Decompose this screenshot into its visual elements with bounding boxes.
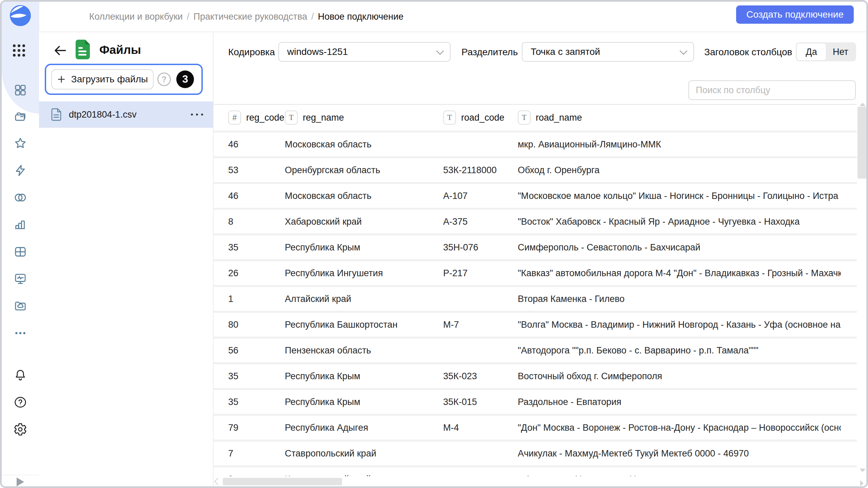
file-name: dtp201804-1.csv: [69, 109, 137, 120]
create-connection-button[interactable]: Создать подключение: [736, 5, 854, 24]
datasets-icon[interactable]: [14, 191, 27, 204]
dashboards-icon[interactable]: [14, 245, 27, 259]
table-row[interactable]: 35 Республика Крым 35Н-076 Симферополь -…: [214, 233, 867, 259]
column-header-reg-code[interactable]: # reg_code: [214, 110, 285, 125]
file-list-item-selected[interactable]: dtp201804-1.csv: [39, 101, 213, 128]
column-header-road-name[interactable]: Т road_name: [518, 110, 841, 125]
monitoring-icon[interactable]: [14, 272, 27, 286]
table-row[interactable]: 7 Ставропольский край Ачикулак - Махмуд-…: [214, 440, 867, 465]
file-document-icon: [51, 108, 61, 121]
plus-icon: [57, 75, 66, 84]
top-bar: Коллекции и воркбуки / Практические руко…: [39, 2, 866, 32]
expand-sidebar-icon[interactable]: [17, 477, 24, 486]
chevron-down-icon: [680, 47, 688, 55]
breadcrumb-guides[interactable]: Практические руководства: [193, 12, 307, 22]
settings-gear-icon[interactable]: [14, 423, 27, 436]
charts-icon[interactable]: [14, 218, 27, 231]
breadcrumb-separator: /: [311, 12, 314, 22]
table-row[interactable]: 35 Республика Крым 35К-023 Восточный обх…: [214, 362, 867, 388]
number-type-icon: #: [228, 110, 241, 125]
column-search-box: [688, 80, 856, 100]
column-header-reg-name[interactable]: Т reg_name: [285, 110, 443, 125]
table-row[interactable]: 53 Оренбургская область 53К-2118000 Обхо…: [214, 156, 867, 182]
files-panel: [39, 32, 214, 486]
back-arrow-icon[interactable]: [53, 43, 67, 58]
storage-icon[interactable]: [14, 299, 27, 313]
favorites-icon[interactable]: [14, 137, 27, 150]
column-search-input[interactable]: [689, 81, 855, 99]
breadcrumb-collections[interactable]: Коллекции и воркбуки: [89, 12, 183, 22]
delimiter-select[interactable]: Точка с запятой: [522, 42, 694, 62]
datalens-logo-icon[interactable]: [10, 5, 31, 26]
app-window: Коллекции и воркбуки / Практические руко…: [0, 0, 868, 488]
text-type-icon: Т: [285, 110, 298, 125]
encoding-value: windows-1251: [287, 46, 348, 57]
table-row[interactable]: 56 Пензенская область "Автодорога ""р.п.…: [214, 337, 867, 362]
table-row[interactable]: 79 Республика Адыгея М-4 "Дон" Москва - …: [214, 414, 867, 440]
csv-source-icon: [74, 40, 91, 59]
tutorial-step-badge: 3: [176, 70, 194, 88]
text-type-icon: Т: [443, 110, 456, 125]
encoding-select[interactable]: windows-1251: [278, 42, 451, 62]
delimiter-value: Точка с запятой: [531, 46, 600, 57]
help-icon[interactable]: [14, 395, 27, 409]
table-row[interactable]: 8 Хабаровский край А-375 "Восток" Хабаро…: [214, 208, 867, 233]
file-actions-menu-icon[interactable]: [188, 110, 206, 119]
table-row[interactable]: 35 Республика Крым 35К-015 Раздольное - …: [214, 388, 867, 414]
toggle-option-no[interactable]: Нет: [826, 43, 855, 60]
breadcrumb-current: Новое подключение: [318, 12, 403, 22]
table-body: 46 Московская область мкр. Авиационный-Л…: [214, 130, 867, 488]
breadcrumb: Коллекции и воркбуки / Практические руко…: [89, 2, 403, 32]
chevron-down-icon: [436, 47, 444, 55]
more-icon[interactable]: [14, 326, 27, 340]
encoding-label: Кодировка: [228, 47, 275, 58]
table-row[interactable]: 26 Республика Ингушетия Р-217 "Кавказ" а…: [214, 259, 867, 285]
header-toggle: Да Нет: [796, 42, 856, 61]
scroll-down-icon[interactable]: [860, 469, 866, 472]
upload-files-button[interactable]: Загрузить файлы: [51, 69, 154, 89]
notifications-bell-icon[interactable]: [14, 368, 27, 382]
workbooks-icon[interactable]: [14, 83, 27, 97]
upload-help-icon[interactable]: ?: [157, 73, 171, 86]
rail-divider: [2, 475, 39, 475]
table-header-row: # reg_code Т reg_name Т road_code Т road…: [214, 104, 867, 130]
column-header-road-code[interactable]: Т road_code: [443, 110, 518, 125]
toggle-option-yes[interactable]: Да: [797, 43, 826, 60]
scroll-right-icon[interactable]: [860, 480, 864, 486]
left-rail: [2, 2, 39, 486]
breadcrumb-separator: /: [187, 12, 190, 22]
text-type-icon: Т: [518, 110, 531, 125]
table-row[interactable]: 1 Алтайский край Вторая Каменка - Гилево: [214, 285, 867, 311]
table-row[interactable]: 80 Республика Башкортостан М-7 "Волга" М…: [214, 311, 867, 337]
table-row[interactable]: 46 Московская область мкр. Авиационный-Л…: [214, 130, 867, 156]
table-row[interactable]: 46 Московская область А-107 "Московское …: [214, 182, 867, 208]
horizontal-scrollbar-thumb[interactable]: [223, 478, 342, 485]
delimiter-label: Разделитель: [461, 47, 518, 58]
collections-icon[interactable]: [14, 110, 27, 124]
apps-grid-icon[interactable]: [13, 44, 28, 59]
connections-icon[interactable]: [14, 164, 27, 177]
panel-title: Файлы: [99, 43, 141, 57]
vertical-scrollbar-thumb[interactable]: [857, 107, 866, 179]
scroll-up-icon[interactable]: [860, 103, 866, 106]
upload-files-label: Загрузить файлы: [71, 74, 148, 85]
columns-header-label: Заголовок столбцов: [704, 47, 792, 58]
